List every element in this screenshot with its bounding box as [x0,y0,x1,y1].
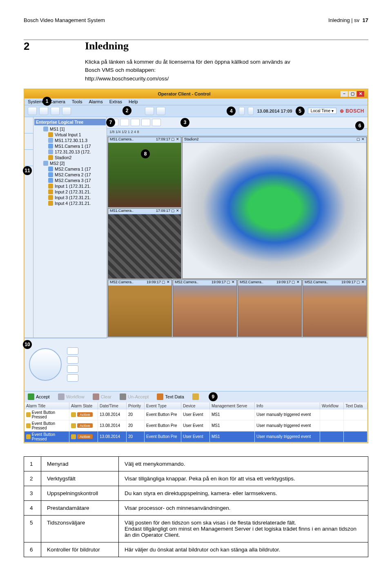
ptz-iris-icon[interactable] [67,374,78,382]
image-pane-2[interactable]: Stadion2▢ ✕ [182,137,367,279]
side-tab-map-icon[interactable] [24,150,33,166]
alarm-row[interactable]: Event Button PressedActive13.08.201420Ev… [24,409,368,420]
speed-scale[interactable]: 1/8 1/4 1/2 1 2 4 8 [109,130,139,134]
tree-item[interactable]: Input 4 (172.31.21. [34,200,106,206]
layout-close-icon[interactable] [359,129,365,134]
image-pane-6[interactable]: MS2.Camera..19:09:17 ▢ ✕ [238,280,302,337]
tree-item[interactable]: MS2.Camera 3 (17 [34,178,106,183]
layout-3-icon[interactable] [343,129,350,134]
alarm-col-header[interactable]: Event Type [145,402,181,409]
tree-item[interactable]: MS1.Camera 1 (17 [34,143,106,149]
side-tab-tree-icon[interactable] [24,117,33,133]
header-right: Inledning | sv 17 [328,17,368,23]
grid-icon[interactable] [51,107,60,115]
play-icon[interactable] [131,119,140,126]
alarm-col-header[interactable]: Management Serve [210,402,255,409]
tree-item[interactable]: MS2.Camera 2 (17 [34,172,106,178]
image-pane-7[interactable]: MS2.Camera..19:09:17 ▢ ✕ [303,280,367,337]
state-icon [71,434,76,439]
tree-item[interactable]: Input 2 (172.31.21. [34,189,106,195]
tree-item[interactable]: Input 3 (172.31.21. [34,195,106,200]
ptz-zoom-in-icon[interactable] [67,347,78,355]
page-title: Inledning [85,40,368,52]
tree-node-icon [48,132,53,137]
menu-help[interactable]: Help [129,99,138,104]
workflow-button[interactable]: Workflow [58,393,85,400]
legend-desc: Visar processor- och minnesanvändningen. [119,500,368,515]
alarm-col-header[interactable]: Workflow [320,402,344,409]
clear-button[interactable]: Clear [93,393,111,400]
tree-node-icon [43,161,48,166]
legend-desc: Visar tillgängliga knappar. Peka på en i… [119,471,368,486]
tree-item[interactable]: MS1 [1] [34,126,106,132]
maximize-button[interactable]: ▢ [349,91,356,97]
monitor-icon[interactable] [28,107,37,115]
tree-item[interactable]: Virtual Input 1 [34,132,106,138]
tree-node-icon [43,127,48,131]
tree-item[interactable]: MS2 [2] [34,160,106,166]
alarm-col-header[interactable]: Info [255,402,320,409]
alarm-col-header[interactable]: Alarm State [69,402,98,409]
menu-tools[interactable]: Tools [72,99,82,104]
tree-item[interactable]: MS2.Camera 1 (17 [34,166,106,172]
image-pane-3[interactable]: MS1.Camera..17:09:17 ▢ ✕ [108,208,181,279]
legend-row: 2VerktygsfältVisar tillgängliga knappar.… [24,471,368,486]
callout-4: 4 [227,107,236,116]
alarm-row[interactable]: Event Button PressedActive13.08.201420Ev… [24,420,368,431]
layout-4-icon[interactable] [351,129,357,134]
textdata-button[interactable]: Text Data [157,393,184,400]
accept-button[interactable]: Accept [28,393,50,400]
ptz-zoom-out-icon[interactable] [67,356,78,364]
legend-name: Verktygsfält [41,471,119,486]
close-button[interactable]: ✕ [357,91,364,97]
film-icon[interactable] [39,107,48,115]
callout-2: 2 [122,106,131,115]
snapshot-icon[interactable] [156,107,165,115]
image-pane-1[interactable]: MS1.Camera..17:09:17 ▢ ✕ 8 [108,137,181,207]
menu-system[interactable]: System [28,99,43,104]
speaker-icon[interactable] [62,107,71,115]
ptz-joystick[interactable] [27,346,64,383]
alarm-col-header[interactable]: Text Data [344,402,368,409]
layout-2-icon[interactable] [335,129,342,134]
forward-icon[interactable] [152,119,161,126]
image-pane-5[interactable]: MS2.Camera..19:09:17 ▢ ✕ [173,280,237,337]
callout-11: 11 [23,166,32,175]
tree-node-label: MS2 [2] [50,161,65,166]
tree-node-label: MS1.172.30.11.3 [55,138,87,143]
tree-root[interactable]: Enterprise Logical Tree [34,119,106,125]
mem-meter-icon [248,107,254,115]
menu-extras[interactable]: Extras [109,99,122,104]
alarm-col-header[interactable]: Priority [127,402,145,409]
legend-desc: Välj posten för den tidszon som ska visa… [119,515,368,542]
image-pane-4[interactable]: MS2.Camera..19:09:17 ▢ ✕ [108,280,172,337]
check-icon [28,393,34,400]
tree-node-label: Input 2 (172.31.21. [55,189,91,194]
callout-8: 8 [141,149,150,158]
alarm-col-header[interactable]: Alarm Title [24,402,69,409]
legend-num: 6 [24,542,41,557]
print-icon[interactable] [145,107,154,115]
unaccept-button[interactable]: Un-Accept [120,393,149,400]
pause-icon[interactable] [141,119,150,126]
tree-item[interactable]: 172.31.20.13 (172. [34,149,106,155]
legend-num: 1 [24,456,41,471]
menu-alarms[interactable]: Alarms [89,99,103,104]
tree-item[interactable]: Input 1 (172.31.21. [34,183,106,189]
tree-item[interactable]: Stadion2 [34,155,106,160]
alarm-col-header[interactable]: Date/Time [98,402,127,409]
alarm-col-header[interactable]: Device [181,402,210,409]
textdata-icon [157,393,163,400]
callout-5: 5 [296,107,305,116]
tree-item[interactable]: MS1.172.30.11.3 [34,138,106,143]
bell-button[interactable] [192,393,199,400]
rewind-icon[interactable] [120,119,129,126]
layout-1-icon[interactable] [327,129,334,134]
ptz-focus-icon[interactable] [67,365,78,373]
side-tab-fav-icon[interactable] [24,133,33,150]
alarm-row[interactable]: Event Button PressedActive13.08.201420Ev… [24,431,368,442]
minimize-button[interactable]: – [341,91,348,97]
menu-camera[interactable]: Camera [49,99,65,104]
timezone-selector[interactable]: Local Time ▾ [308,108,336,114]
tree-node-label: MS2.Camera 3 (17 [55,178,91,183]
